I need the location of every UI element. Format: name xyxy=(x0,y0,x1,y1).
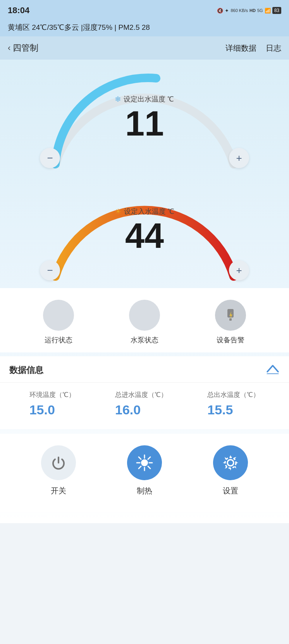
power-toolbar-item: 开关 xyxy=(41,445,76,496)
cool-gauge-wrapper: ❄ 设定出水温度 ℃ 11 − + xyxy=(32,71,257,172)
detail-data-button[interactable]: 详细数据 xyxy=(225,43,256,53)
sun-icon: ☀ xyxy=(115,207,122,216)
svg-line-8 xyxy=(139,457,141,459)
status-bar: 18:04 🔇 ✦ 860 KB/s HD 5G 📶 83 xyxy=(0,0,289,20)
device-alert-item: 设备告警 xyxy=(215,300,246,345)
heat-increase-button[interactable]: + xyxy=(229,260,249,280)
nav-bar: ‹ 四管制 详细数据 日志 xyxy=(0,36,289,60)
cool-decrease-button[interactable]: − xyxy=(40,148,60,168)
device-alert-circle xyxy=(215,300,246,331)
alert-icon xyxy=(223,307,238,323)
settings-label: 设置 xyxy=(223,486,238,496)
back-arrow-icon: ‹ xyxy=(8,43,10,53)
battery-level: 83 xyxy=(272,7,281,14)
ambient-temp-value: 15.0 xyxy=(29,402,55,417)
svg-line-9 xyxy=(148,466,150,469)
data-item-inlet: 总进水温度（℃） 16.0 xyxy=(115,390,167,417)
inlet-temp-value: 16.0 xyxy=(115,402,141,417)
heat-button[interactable] xyxy=(127,445,162,480)
status-time: 18:04 xyxy=(8,5,29,15)
network-speed: 860 KB/s xyxy=(231,8,248,13)
power-button[interactable] xyxy=(41,445,76,480)
run-status-label: 运行状态 xyxy=(45,335,72,345)
bottom-toolbar: 开关 制热 xyxy=(0,434,289,512)
inlet-temp-label: 总进水温度（℃） xyxy=(115,390,167,399)
power-icon xyxy=(50,454,67,471)
data-grid: 环境温度（℃） 15.0 总进水温度（℃） 16.0 总出水温度（℃） 15.5 xyxy=(0,383,289,421)
svg-point-13 xyxy=(225,457,236,468)
snowflake-icon: ❄ xyxy=(115,94,121,104)
heat-gauge-center: ☀ 设定入水温度 ℃ 44 xyxy=(115,207,174,253)
run-status-circle xyxy=(43,300,74,331)
nav-title: 四管制 xyxy=(13,42,38,54)
back-button[interactable]: ‹ 四管制 xyxy=(8,42,38,54)
heat-sun-icon xyxy=(135,453,154,472)
outlet-temp-label: 总出水温度（℃） xyxy=(207,390,260,399)
weather-text: 黄埔区 24℃/35℃多云 |湿度75% | PM2.5 28 xyxy=(8,23,150,31)
log-button[interactable]: 日志 xyxy=(266,43,281,53)
main-content: ❄ 设定出水温度 ℃ 11 − + xyxy=(0,60,289,523)
mute-icon: 🔇 xyxy=(217,8,223,14)
svg-point-3 xyxy=(141,459,148,466)
cool-gauge-section: ❄ 设定出水温度 ℃ 11 − + xyxy=(0,67,289,288)
pump-status-circle xyxy=(129,300,160,331)
settings-gear-icon xyxy=(221,453,240,472)
svg-line-11 xyxy=(139,466,141,469)
wifi-icon: 📶 xyxy=(265,8,271,14)
heat-label: 制热 xyxy=(137,486,152,496)
svg-line-10 xyxy=(148,457,150,459)
pump-status-label: 水泵状态 xyxy=(131,335,158,345)
nav-actions: 详细数据 日志 xyxy=(225,43,281,53)
heat-gauge-label: ☀ 设定入水温度 ℃ xyxy=(115,207,174,216)
ambient-temp-label: 环境温度（℃） xyxy=(29,390,75,399)
device-alert-label: 设备告警 xyxy=(217,335,244,345)
signal-5g-icon: 5G xyxy=(257,8,263,13)
svg-rect-1 xyxy=(229,318,232,321)
collapse-icon[interactable] xyxy=(266,363,280,377)
cool-gauge-value: 11 xyxy=(115,106,174,141)
cool-gauge-label: ❄ 设定出水温度 ℃ xyxy=(115,94,174,104)
cool-gauge-center: ❄ 设定出水温度 ℃ 11 xyxy=(115,94,174,141)
data-title: 数据信息 xyxy=(9,364,43,376)
run-status-item: 运行状态 xyxy=(43,300,74,345)
settings-toolbar-item: 设置 xyxy=(213,445,248,496)
heat-toolbar-item: 制热 xyxy=(127,445,162,496)
weather-bar: 黄埔区 24℃/35℃多云 |湿度75% | PM2.5 28 xyxy=(0,20,289,36)
outlet-temp-value: 15.5 xyxy=(207,402,233,417)
pump-status-item: 水泵状态 xyxy=(129,300,160,345)
heat-gauge-wrapper: ☀ 设定入水温度 ℃ 44 − + xyxy=(32,184,257,284)
svg-point-12 xyxy=(227,460,234,466)
status-row: 运行状态 水泵状态 设备告警 xyxy=(0,288,289,352)
data-section: 数据信息 环境温度（℃） 15.0 总进水温度（℃） 16.0 总出水温度（℃）… xyxy=(0,356,289,429)
power-label: 开关 xyxy=(51,486,66,496)
settings-button[interactable] xyxy=(213,445,248,480)
bluetooth-icon: ✦ xyxy=(225,8,229,14)
heat-decrease-button[interactable]: − xyxy=(40,260,60,280)
status-icons: 🔇 ✦ 860 KB/s HD 5G 📶 83 xyxy=(217,7,281,14)
data-item-outlet: 总出水温度（℃） 15.5 xyxy=(207,390,260,417)
heat-gauge-value: 44 xyxy=(115,218,174,253)
hd-icon: HD xyxy=(249,8,256,13)
data-item-ambient: 环境温度（℃） 15.0 xyxy=(29,390,75,417)
data-header: 数据信息 xyxy=(0,356,289,383)
cool-increase-button[interactable]: + xyxy=(229,148,249,168)
